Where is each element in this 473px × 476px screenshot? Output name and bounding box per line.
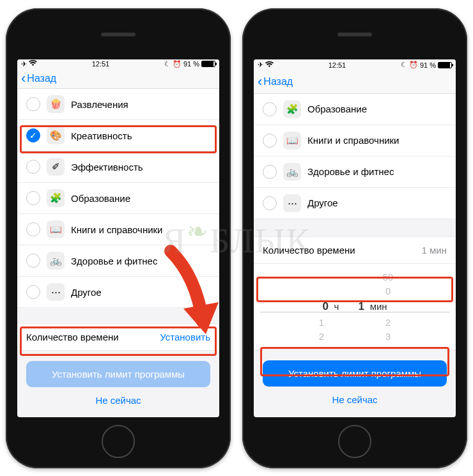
category-label: Образование [307,104,367,114]
status-time: 12:51 [92,60,110,68]
wifi-icon [265,61,274,69]
alarm-icon: ⏰ [409,61,418,69]
bottom-actions: Установить лимит программы Не сейчас [17,351,219,417]
category-icon: ⋯ [283,194,301,212]
dnd-icon: ☾ [401,61,407,69]
radio[interactable] [26,160,40,174]
category-row[interactable]: ⋯Другое [17,277,219,308]
time-picker[interactable]: 59 0 0 ч 1 мин 1 2 2 3 [254,264,456,351]
radio[interactable] [26,285,40,299]
category-row[interactable]: 🚲Здоровье и фитнес [254,157,456,188]
time-amount-label: Количество времени [26,332,119,342]
radio[interactable] [263,134,277,148]
nav-bar: ‹ Назад [254,71,456,94]
status-bar: ✈︎ 12:51 ☾ ⏰ 91 % [17,59,219,70]
category-icon: 🧩 [283,100,301,118]
not-now-button[interactable]: Не сейчас [263,387,447,413]
set-limit-button[interactable]: Установить лимит программы [26,361,210,387]
category-row[interactable]: 🧩Образование [17,183,219,214]
category-label: Развлечения [71,99,128,110]
not-now-button[interactable]: Не сейчас [26,387,210,413]
set-limit-button[interactable]: Установить лимит программы [263,360,447,387]
phone-left: ✈︎ 12:51 ☾ ⏰ 91 % ‹ Назад 🍿Развлечения🎨К… [6,8,231,468]
bottom-actions: Установить лимит программы Не сейчас [254,350,456,417]
back-button[interactable]: ‹ Назад [258,75,293,89]
category-label: Образование [71,193,130,204]
picker-mins[interactable]: 1 [358,300,364,312]
category-label: Книги и справочники [71,224,163,235]
picker-hours-unit: ч [334,301,339,312]
category-row[interactable]: 🎨Креативность [17,120,219,151]
category-row[interactable]: ⋯Другое [254,188,456,219]
dnd-icon: ☾ [164,60,171,68]
status-bar: ✈︎ 12:51 ☾ ⏰ 91 % [254,59,456,71]
radio[interactable] [26,97,40,111]
alarm-icon: ⏰ [173,60,182,68]
category-row[interactable]: 🧩Образование [254,94,456,125]
category-row[interactable]: 🍿Развлечения [17,89,219,120]
category-label: Здоровье и фитнес [71,256,157,266]
picker-mins-unit: мин [370,301,387,312]
time-amount-value: 1 мин [422,245,447,256]
chevron-left-icon: ‹ [258,75,262,89]
category-list: 🍿Развлечения🎨Креативность✐Эффективность🧩… [17,89,219,308]
radio[interactable] [263,102,277,116]
category-icon: 🧩 [47,189,65,207]
battery-pct: 91 % [420,61,436,69]
radio[interactable] [26,128,40,142]
time-amount-cell[interactable]: Количество времени 1 мин [254,236,456,264]
category-label: Книги и справочники [307,135,399,146]
screen-left: ✈︎ 12:51 ☾ ⏰ 91 % ‹ Назад 🍿Развлечения🎨К… [17,59,219,417]
home-button[interactable] [102,425,135,458]
category-icon: 🍿 [47,95,65,113]
battery-icon [438,62,452,68]
airplane-icon: ✈︎ [21,60,27,68]
back-button[interactable]: ‹ Назад [21,72,56,86]
screen-right: ✈︎ 12:51 ☾ ⏰ 91 % ‹ Назад 🧩Образование📖К… [254,59,456,417]
airplane-icon: ✈︎ [258,61,263,69]
category-row[interactable]: 🚲Здоровье и фитнес [17,245,219,277]
category-row[interactable]: 📖Книги и справочники [254,125,456,157]
category-row[interactable]: 📖Книги и справочники [17,214,219,245]
radio[interactable] [26,254,40,268]
category-icon: 📖 [283,132,301,150]
time-amount-label: Количество времени [263,245,355,256]
category-label: Другое [71,287,102,298]
category-icon: 📖 [47,220,65,238]
category-list: 🧩Образование📖Книги и справочники🚲Здоровь… [254,94,456,219]
category-icon: 🚲 [283,163,301,181]
radio[interactable] [263,196,277,210]
status-time: 12:51 [329,61,346,69]
category-label: Другое [307,197,338,208]
category-label: Креативность [71,130,132,141]
category-label: Здоровье и фитнес [307,166,394,177]
category-icon: 🚲 [47,252,65,270]
category-row[interactable]: ✐Эффективность [17,151,219,183]
back-label: Назад [27,73,56,84]
time-amount-cell[interactable]: Количество времени Установить [17,323,219,351]
category-label: Эффективность [71,162,143,173]
category-icon: 🎨 [47,127,65,144]
nav-bar: ‹ Назад [17,69,219,89]
radio[interactable] [263,165,277,179]
category-icon: ✐ [47,158,65,176]
category-icon: ⋯ [47,283,65,301]
battery-pct: 91 % [183,60,199,68]
radio[interactable] [26,191,40,205]
back-label: Назад [263,76,293,88]
battery-icon [201,61,215,67]
picker-hours[interactable]: 0 [322,300,328,312]
chevron-left-icon: ‹ [21,72,26,86]
phone-right: ✈︎ 12:51 ☾ ⏰ 91 % ‹ Назад 🧩Образование📖К… [242,8,467,468]
radio[interactable] [26,222,40,236]
time-set-link[interactable]: Установить [160,332,210,342]
wifi-icon [29,60,37,68]
home-button[interactable] [338,425,371,458]
